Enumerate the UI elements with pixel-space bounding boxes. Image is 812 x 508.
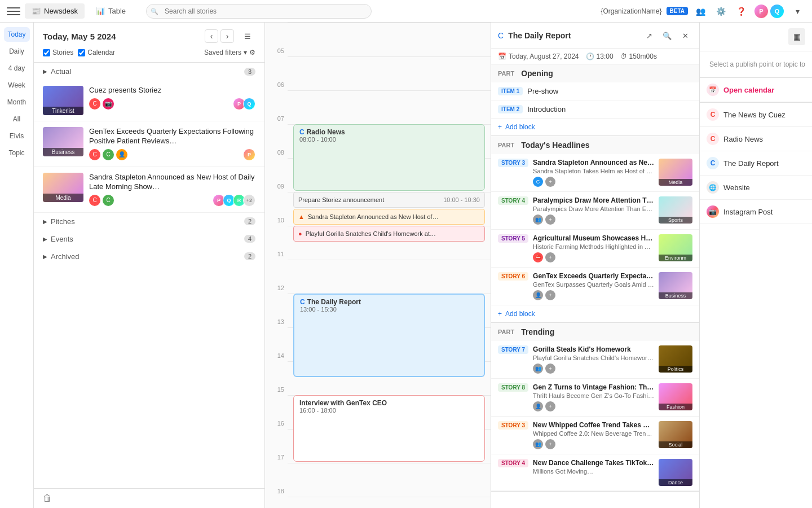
icon-cuez-pink: 📷 [103,98,114,110]
rp-story-4[interactable]: STORY 4 Paralympics Draw More Attention … [491,192,699,230]
group-events-header[interactable]: ▶ Events 4 [34,230,264,248]
story-card-sandra[interactable]: Media Sandra Stapleton Announced as New … [34,167,264,213]
clock-icon: 🕐 [586,52,594,60]
pp-list: 📅 Open calendar C The News by Cuez C Rad… [700,78,812,508]
rp-story-5-cat: Environm [659,255,692,261]
time-06: 06 [265,79,288,113]
sidebar-btn-month[interactable]: Month [4,95,30,110]
rp-story-6-cat: Business [659,292,692,299]
chevron-down-icon[interactable]: ▾ [789,3,805,19]
cal-event-daily-report[interactable]: C The Daily Report 13:00 - 15:30 [293,294,485,377]
search-input[interactable] [146,4,372,19]
cal-event-radio-news[interactable]: C Radio News 08:00 - 10:00 [293,124,485,191]
rp-story-6-icons: 👤 + [533,290,654,300]
story-icons-gentex: C C 👤 P [89,148,255,161]
time-17: 17 [265,452,288,485]
rp-add-block-opening[interactable]: + Add block [491,119,699,135]
time-11: 11 [265,248,288,282]
pp-item-news-cuez[interactable]: C The News by Cuez [700,103,812,127]
sidebar-btn-4day[interactable]: 4 day [4,61,30,76]
pp-item-daily-report[interactable]: C The Daily Report [700,151,812,176]
topbar: 📰 Newsdesk 📊 Table {OrganizationName} BE… [0,0,812,23]
stories-tab-stories[interactable]: Stories [43,49,73,56]
users-icon-btn[interactable]: 👥 [692,3,708,19]
rp-add-block-headlines[interactable]: + Add block [491,305,699,322]
story-content-storiez: Cuez presents Storiez C 📷 P Q [89,86,255,110]
group-archived-header[interactable]: ▶ Archived 2 [34,248,264,265]
pp-website-label: Website [723,183,750,192]
group-actual-badge: 3 [244,68,255,76]
story-card-storiez[interactable]: Tinkerlist Cuez presents Storiez C 📷 P Q [34,80,264,121]
icon-story4-gray: 👥 [533,214,543,225]
stories-tab-calendar[interactable]: Calendar [78,49,115,56]
sidebar-btn-elvis[interactable]: Elvis [4,129,30,143]
nav-prev-arrow[interactable]: ‹ [205,29,218,43]
delete-icon[interactable]: 🗑 [43,493,52,503]
story-thumb-storiez: Tinkerlist [43,86,83,115]
icon-gentex-green: C [103,149,114,160]
rp-story-4b-thumb: Dance [659,459,692,486]
gorilla-event-title: Playful Gorilla Snatches Child's Homewor… [306,230,436,237]
sidebar-btn-all[interactable]: All [4,112,30,126]
pp-icon-btn[interactable]: ▦ [788,28,805,45]
rp-story-4b[interactable]: STORY 4 New Dance Challenge Takes TikTok… [491,454,699,491]
group-actual-header[interactable]: ▶ Actual 3 [34,63,264,80]
menu-icon[interactable] [7,5,20,18]
stories-list: ▶ Actual 3 Tinkerlist Cuez presents Stor… [34,63,264,488]
tab-newsdesk[interactable]: 📰 Newsdesk [25,3,85,19]
sidebar-btn-week[interactable]: Week [4,78,30,93]
rp-story-5-icons: ⛔ + [533,252,654,262]
cal-event-sandra[interactable]: ▲ Sandra Stapleton Announced as New Host… [293,209,485,225]
pp-item-open-calendar[interactable]: 📅 Open calendar [700,78,812,102]
help-icon-btn[interactable]: ❓ [733,3,749,19]
cal-event-gorilla[interactable]: ● Playful Gorilla Snatches Child's Homew… [293,226,485,242]
rp-story-7[interactable]: STORY 7 Gorilla Steals Kid's Homework Pl… [491,341,699,379]
calendar-checkbox[interactable] [78,49,85,56]
rp-header: C The Daily Report ↗ 🔍 ✕ [491,23,699,49]
rp-story-8[interactable]: STORY 8 Gen Z Turns to Vintage Fashion: … [491,379,699,417]
sidebar-btn-daily[interactable]: Daily [4,44,30,59]
avatar-primary[interactable]: P [753,3,769,19]
pp-item-website[interactable]: 🌐 Website [700,176,812,200]
pp-item-radio-news[interactable]: C Radio News [700,127,812,151]
rp-story-7-content: Gorilla Steals Kid's Homework Playful Go… [533,345,654,374]
pp-website-icon: 🌐 [707,181,719,194]
cal-event-prepare-storiez[interactable]: Prepare Storiez announcement 10:00 - 10:… [293,192,485,208]
pp-item-instagram[interactable]: 📷 Instagram Post [700,200,812,224]
tab-table[interactable]: 📊 Table [89,3,133,19]
story-card-gentex[interactable]: Business GenTex Exceeds Quarterly Expect… [34,121,264,167]
radio-news-icon: C [299,128,304,136]
cal-daily-time: 13:00 - 15:30 [300,306,478,313]
saved-filters-btn[interactable]: Saved filters ▾ ⚙ [204,49,255,56]
rp-story-4-content: Paralympics Draw More Attention Than Ev…… [533,196,654,225]
rp-story-5-content: Agricultural Museum Showcases Historic… … [533,234,654,262]
rp-part-opening-header: PART Opening [491,64,699,82]
rp-story-6[interactable]: STORY 6 GenTex Exceeds Quarterly Expecta… [491,268,699,305]
sidebar-btn-topic[interactable]: Topic [4,146,30,160]
avatar-secondary[interactable]: Q [769,3,785,19]
sandra-event-title: Sandra Stapleton Announced as New Host o… [308,213,439,220]
calendar-view-icon[interactable]: ☰ [240,28,255,44]
rp-story-5[interactable]: STORY 5 Agricultural Museum Showcases Hi… [491,230,699,268]
rp-meta-time: 🕐 13:00 [586,52,614,60]
topbar-right: {OrganizationName} BETA 👥 ⚙️ ❓ P Q ▾ [601,3,805,19]
rp-item-intro[interactable]: ITEM 2 Introduction [491,100,699,119]
rp-search-btn[interactable]: 🔍 [660,28,674,43]
stories-checkbox[interactable] [43,49,50,56]
rp-close-btn[interactable]: ✕ [678,28,692,43]
settings-icon-btn[interactable]: ⚙️ [713,3,729,19]
group-archived-badge: 2 [244,252,255,260]
rp-meta-date: 📅 Today, August 27, 2024 [498,52,579,60]
rp-meta: 📅 Today, August 27, 2024 🕐 13:00 ⏱ 150m0… [491,49,699,64]
rp-story-3[interactable]: STORY 3 Sandra Stapleton Announced as Ne… [491,154,699,192]
rp-story-3b[interactable]: STORY 3 New Whipped Coffee Trend Takes O… [491,417,699,454]
main-layout: Today Daily 4 day Week Month All Elvis T… [0,23,812,508]
rp-external-link-btn[interactable]: ↗ [642,28,656,43]
rp-item-preshow[interactable]: ITEM 1 Pre-show [491,82,699,100]
nav-next-arrow[interactable]: › [220,29,234,43]
icon-gentex-red: C [89,149,100,160]
sidebar-btn-today[interactable]: Today [4,27,30,42]
group-pitches-header[interactable]: ▶ Pitches 2 [34,213,264,230]
cal-event-interview[interactable]: Interview with GenTex CEO 16:00 - 18:00 [293,395,485,462]
story-icons-storiez: C 📷 P Q [89,98,255,110]
